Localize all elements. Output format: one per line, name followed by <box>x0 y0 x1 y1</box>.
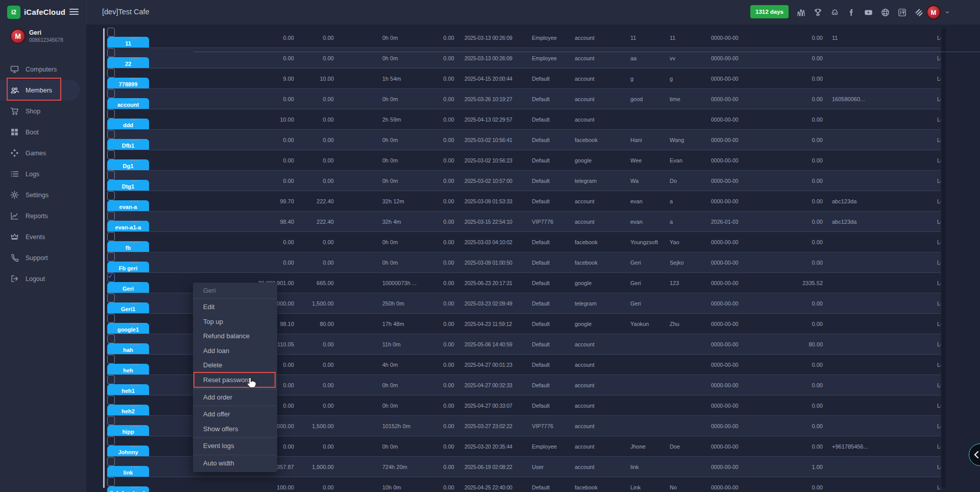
note-cell <box>832 293 924 314</box>
row-checkbox[interactable] <box>107 130 115 139</box>
context-menu-item-show-offers[interactable]: Show offers <box>193 422 277 437</box>
row-checkbox-checked[interactable] <box>107 273 115 282</box>
sidebar-user-block[interactable]: M Geri 008612345678 <box>0 25 86 54</box>
icafe-badge-icon[interactable] <box>896 7 908 18</box>
row-checkbox[interactable] <box>107 171 115 180</box>
member-row-evan-a[interactable]: evan-aNo99.70222.4032h 12m0.002025-03-09… <box>107 191 941 212</box>
row-checkbox[interactable] <box>107 48 115 57</box>
row-checkbox[interactable] <box>107 355 115 364</box>
member-row-Fb geri[interactable]: Fb geriNo0.000.000h 0m0.002025-03-09 01:… <box>107 252 941 273</box>
row-actions-button[interactable] <box>131 314 144 334</box>
row-checkbox[interactable] <box>107 334 115 343</box>
member-row-Dg1[interactable]: Dg1No0.000.000h 0m0.002025-03-02 10:56:2… <box>107 150 941 171</box>
row-checkbox[interactable] <box>107 375 115 384</box>
member-row-22[interactable]: 22No0.000.000h 0m0.002025-03-13 00:26:09… <box>107 48 941 68</box>
row-checkbox[interactable] <box>107 28 115 37</box>
sidebar-item-logs[interactable]: Logs <box>0 163 86 184</box>
member-row-Dfb1[interactable]: Dfb1No0.000.000h 0m0.002025-03-02 10:56:… <box>107 130 941 150</box>
layers-icon[interactable] <box>913 7 924 18</box>
row-checkbox[interactable] <box>107 191 115 200</box>
row-checkbox[interactable] <box>107 89 115 98</box>
menu-toggle-icon[interactable] <box>69 7 79 16</box>
context-menu-item-add-loan[interactable]: Add loan <box>193 344 277 359</box>
row-checkbox[interactable] <box>107 109 115 119</box>
row-actions-button[interactable] <box>131 395 144 416</box>
context-menu-title: Geri <box>193 284 277 297</box>
row-actions-button[interactable] <box>131 68 144 89</box>
row-actions-button[interactable] <box>131 293 144 314</box>
row-actions-button[interactable] <box>131 130 144 150</box>
row-actions-button[interactable] <box>131 232 144 252</box>
row-actions-button[interactable] <box>131 477 144 492</box>
podium-icon[interactable] <box>795 7 806 18</box>
row-actions-button[interactable] <box>131 252 144 273</box>
context-menu-item-event-logs[interactable]: Event logs <box>193 439 277 454</box>
row-checkbox[interactable] <box>107 150 115 159</box>
row-checkbox[interactable] <box>107 68 115 78</box>
row-actions-button[interactable] <box>131 89 144 109</box>
sidebar-item-events[interactable]: Events <box>0 226 86 247</box>
sidebar-item-members[interactable]: Members <box>0 80 80 101</box>
row-actions-button[interactable] <box>131 375 144 395</box>
context-menu-item-add-order[interactable]: Add order <box>193 390 277 405</box>
chevron-down-icon[interactable] <box>944 9 950 15</box>
context-menu-item-refund-balance[interactable]: Refund balance <box>193 329 277 344</box>
row-checkbox[interactable] <box>107 293 115 302</box>
row-checkbox[interactable] <box>107 436 115 446</box>
context-menu-item-top-up[interactable]: Top up <box>193 315 277 330</box>
row-checkbox[interactable] <box>107 314 115 323</box>
sidebar-item-games[interactable]: Games <box>0 143 86 163</box>
context-menu-item-reset-password[interactable]: Reset password <box>193 373 277 388</box>
license-days-badge[interactable]: 1312 days <box>750 5 789 18</box>
sidebar-item-settings[interactable]: Settings <box>0 184 86 205</box>
row-actions-button[interactable] <box>131 150 144 171</box>
table-scrollbar-vertical[interactable] <box>103 28 105 488</box>
row-actions-button[interactable] <box>131 109 144 130</box>
row-checkbox[interactable] <box>107 252 115 262</box>
sidebar-item-logout[interactable]: Logout <box>0 268 86 289</box>
context-menu-item-auto-width[interactable]: Auto width <box>193 456 277 471</box>
facebook-icon[interactable] <box>846 7 857 18</box>
member-row-evan-a1-a[interactable]: evan-a1-aNo98.40222.4032h 4m0.002025-03-… <box>107 212 941 232</box>
row-checkbox[interactable] <box>107 232 115 241</box>
member-row-ddd[interactable]: dddNo10.000.0012h 59m0.002025-04-13 02:2… <box>107 109 941 130</box>
sidebar-item-boot[interactable]: Boot <box>0 122 86 143</box>
row-actions-button[interactable] <box>131 48 144 68</box>
context-menu-item-edit[interactable]: Edit <box>193 300 277 315</box>
sidebar-item-support[interactable]: Support <box>0 247 86 268</box>
row-checkbox[interactable] <box>107 212 115 221</box>
row-actions-button[interactable] <box>131 28 144 48</box>
member-row-fb[interactable]: fbNo0.000.000h 0m0.002025-03-03 04:10:02… <box>107 232 941 252</box>
discord-icon[interactable] <box>829 7 840 18</box>
row-actions-button[interactable] <box>131 457 144 477</box>
row-actions-button[interactable] <box>131 355 144 375</box>
sidebar-item-reports[interactable]: Reports <box>0 205 86 226</box>
row-actions-button[interactable] <box>131 334 144 355</box>
row-actions-button[interactable] <box>131 191 144 212</box>
row-actions-button[interactable] <box>131 212 144 232</box>
row-checkbox[interactable] <box>107 477 115 486</box>
member-row-778899[interactable]: 778899No9.0010.001h 54m0.002025-04-15 20… <box>107 68 941 89</box>
member-row-11[interactable]: 11No0.000.000h 0m0.002025-03-13 00:26:09… <box>107 28 941 48</box>
expire-date-cell: 0000-00-00 <box>711 232 754 252</box>
sidebar-item-computers[interactable]: Computers <box>0 59 86 80</box>
group-cell: Default <box>532 232 573 252</box>
row-checkbox[interactable] <box>107 395 115 405</box>
context-menu-item-delete[interactable]: Delete <box>193 358 277 373</box>
member-row-account[interactable]: accountNo0.000.000h 0m0.002025-03-26 10:… <box>107 89 941 109</box>
table-scrollbar-track-right[interactable] <box>942 28 946 488</box>
context-menu-item-add-offer[interactable]: Add offer <box>193 407 277 422</box>
trophy-icon[interactable] <box>812 7 823 18</box>
globe-icon[interactable] <box>879 7 891 18</box>
sidebar-item-shop[interactable]: Shop <box>0 101 86 122</box>
row-checkbox[interactable] <box>107 416 115 425</box>
row-actions-button[interactable] <box>131 436 144 457</box>
row-actions-button[interactable] <box>131 171 144 191</box>
member-row-Dtg1[interactable]: Dtg1No0.000.000h 0m0.002025-03-02 10:57:… <box>107 171 941 191</box>
user-avatar[interactable]: M <box>926 5 941 19</box>
row-checkbox[interactable] <box>107 457 115 466</box>
row-actions-button[interactable] <box>131 273 144 293</box>
row-actions-button[interactable] <box>131 416 144 436</box>
member-row-link-facebook[interactable]: link-facebookNo100.000.0010h 0m0.002025-… <box>107 477 941 492</box>
youtube-icon[interactable] <box>863 7 874 18</box>
